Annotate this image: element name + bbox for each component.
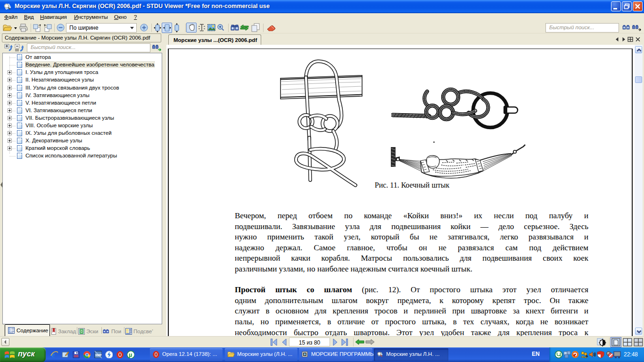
svg-text:µ: µ <box>129 351 132 358</box>
svg-text:A: A <box>586 354 588 358</box>
svg-text:XMP: XMP <box>95 354 102 357</box>
